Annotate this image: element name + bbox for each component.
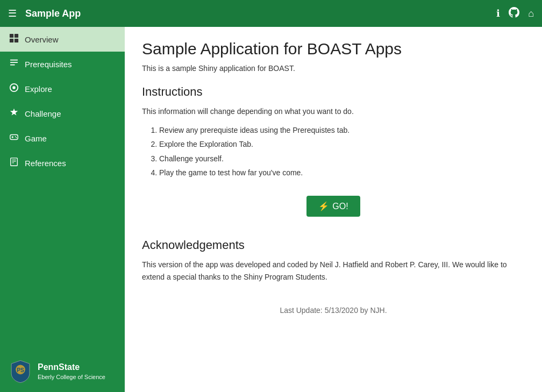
sidebar: Overview Prerequisites Explore [0, 27, 125, 392]
hamburger-icon[interactable]: ☰ [8, 8, 17, 19]
svg-rect-4 [10, 60, 18, 61]
challenge-icon [9, 108, 19, 119]
sidebar-item-label-prerequisites: Prerequisites [25, 60, 72, 69]
sidebar-item-overview[interactable]: Overview [0, 27, 125, 52]
college-name: Eberly College of Science [38, 373, 105, 381]
acknowledgements-text: This version of the app was developed an… [142, 259, 525, 283]
svg-rect-0 [10, 34, 13, 38]
main-content: Sample Application for BOAST Apps This i… [125, 27, 542, 392]
instructions-list: Review any prerequiste ideas using the P… [159, 124, 525, 179]
info-icon[interactable]: ℹ [496, 8, 500, 19]
university-name: PennState [38, 362, 105, 373]
acknowledgements-section: Acknowledgements This version of the app… [142, 238, 525, 283]
home-icon[interactable]: ⌂ [528, 8, 534, 19]
sidebar-item-prerequisites[interactable]: Prerequisites [0, 52, 125, 76]
app-title: Sample App [25, 8, 81, 19]
svg-point-12 [15, 136, 16, 137]
prerequisites-icon [9, 58, 19, 70]
svg-rect-5 [10, 62, 18, 63]
page-title: Sample Application for BOAST Apps [142, 40, 525, 58]
sidebar-item-references[interactable]: References [0, 151, 125, 175]
instructions-heading: Instructions [142, 85, 525, 99]
sidebar-item-label-explore: Explore [25, 84, 52, 94]
references-icon [9, 157, 19, 169]
svg-rect-1 [15, 34, 18, 38]
github-icon[interactable] [509, 7, 519, 20]
svg-point-8 [12, 86, 15, 89]
game-icon [9, 132, 19, 144]
explore-icon [9, 83, 19, 95]
go-button-container: ⚡ GO! [142, 187, 525, 225]
svg-rect-6 [10, 65, 15, 66]
acknowledgements-heading: Acknowledgements [142, 238, 525, 252]
list-item: Play the game to test how far you've com… [159, 167, 525, 179]
svg-text:PS: PS [17, 367, 24, 373]
sidebar-footer: PS PennState Eberly College of Science [0, 351, 125, 392]
list-item: Review any prerequiste ideas using the P… [159, 124, 525, 136]
sidebar-item-label-references: References [25, 159, 66, 168]
go-button-icon: ⚡ [318, 201, 329, 211]
svg-rect-9 [10, 135, 18, 140]
pennstate-text: PennState Eberly College of Science [38, 362, 105, 381]
svg-rect-3 [15, 39, 18, 42]
svg-rect-2 [10, 39, 13, 42]
navbar: ☰ Sample App ℹ ⌂ [0, 0, 542, 27]
pennstate-shield-icon: PS [9, 360, 32, 383]
last-update: Last Update: 5/13/2020 by NJH. [142, 304, 525, 316]
list-item: Challenge yourself. [159, 153, 525, 165]
sidebar-item-label-challenge: Challenge [25, 109, 61, 118]
sidebar-item-label-overview: Overview [25, 35, 59, 44]
main-layout: Overview Prerequisites Explore [0, 27, 542, 392]
page-subtitle: This is a sample Shiny application for B… [142, 62, 525, 74]
instructions-intro: This information will change depending o… [142, 105, 525, 117]
go-button-label: GO! [332, 202, 348, 211]
overview-icon [9, 33, 19, 45]
go-button[interactable]: ⚡ GO! [306, 196, 360, 217]
sidebar-item-challenge[interactable]: Challenge [0, 101, 125, 126]
pennstate-logo: PS PennState Eberly College of Science [9, 360, 105, 383]
svg-point-13 [16, 137, 17, 138]
list-item: Explore the Exploration Tab. [159, 138, 525, 150]
sidebar-item-explore[interactable]: Explore [0, 76, 125, 101]
sidebar-item-label-game: Game [25, 134, 47, 143]
sidebar-item-game[interactable]: Game [0, 126, 125, 151]
svg-rect-14 [11, 158, 18, 166]
